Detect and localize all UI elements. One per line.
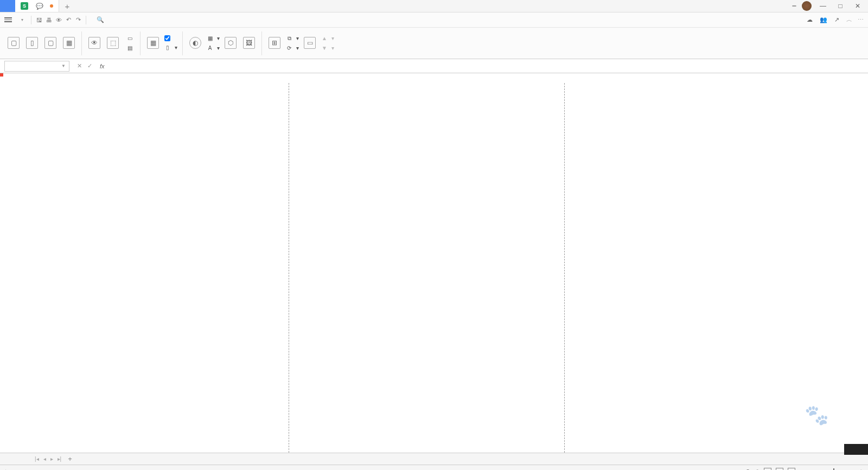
maximize-button[interactable]: □ [834,2,846,10]
group-button[interactable]: ⧉ ▾ [284,34,301,43]
print-preview-quick-icon[interactable]: 👁 [54,16,63,24]
margins-button[interactable]: ▢ [4,36,23,51]
watermark: 🐾 [801,404,835,427]
print-scale-icon: ⬚ [107,37,119,49]
tab-document[interactable]: S 💬 [15,0,59,12]
page-break-line [564,83,565,453]
record-macro-icon[interactable]: ▶ [5,468,10,471]
align-icon: ⊞ [269,37,280,49]
highlight-annotation [0,73,3,77]
dropdown-icon[interactable]: ▼ [61,63,66,68]
send-backward-icon: ▼ [321,45,328,52]
tab-home[interactable] [0,0,15,12]
page-break-preview-icon: ▦ [147,37,159,49]
effects-button[interactable]: ⬡ [221,36,240,51]
file-menu[interactable]: ▾ [15,16,28,23]
sheet-tab-bar: |◂ ◂ ▸ ▸| + [0,453,868,465]
insert-break-icon: ▯ [164,43,171,51]
theme-button[interactable]: ◐ [186,36,205,51]
share-icon: ↗ [834,16,839,23]
cloud-icon: ☁ [807,16,813,23]
coop-button[interactable]: 👥 [820,16,829,23]
selection-pane-icon: ▭ [304,37,316,49]
rotate-icon: ⟳ [285,45,293,52]
page-break-view-button[interactable] [788,468,795,470]
orientation-button[interactable]: ▯ [23,36,41,51]
fonts-icon: A [206,45,214,52]
bring-forward-button: ▲ ▾ [319,34,336,43]
search-icon: 🔍 [97,16,104,23]
margins-icon: ▢ [8,37,20,49]
print-preview-button[interactable]: 👁 [85,36,104,51]
site-badge [844,444,868,455]
print-titles-icon: ▭ [126,35,133,42]
group-icon: ⧉ [285,35,293,42]
name-box[interactable]: ▼ [4,61,69,72]
user-avatar[interactable] [802,1,812,11]
menu-bar: ▾ 🖫 🖶 👁 ↶ ↷ 🔍 ☁ 👥 ↗ ︿ ⋯ [0,12,868,28]
header-footer-icon: ▤ [126,45,133,52]
hamburger-icon[interactable] [4,17,12,22]
formula-bar: ▼ ✕ ✓ fx [0,59,868,73]
people-icon: 👥 [820,16,827,23]
orientation-icon: ▯ [26,37,38,49]
selection-outline [0,73,2,75]
print-area-icon: ▦ [63,37,75,49]
colors-button[interactable]: ▦ ▾ [205,34,221,43]
print-scale-button[interactable]: ⬚ [104,36,122,51]
save-icon[interactable]: 🖫 [35,16,43,24]
new-tab-button[interactable]: + [59,2,75,11]
sheet-nav-prev[interactable]: ◂ [41,456,48,462]
cancel-formula-icon[interactable]: ✕ [77,62,82,69]
status-bar: ▶ 👁 ⊕ − + [0,465,868,470]
print-preview-icon: 👁 [88,37,100,49]
selection-pane-button[interactable]: ▭ [301,36,319,51]
sheet-nav-next[interactable]: ▸ [48,456,55,462]
redo-icon[interactable]: ↷ [74,16,82,24]
bg-image-button[interactable]: 🖼 [240,36,258,51]
window-count-badge[interactable] [792,5,796,7]
share-button[interactable]: ↗ [834,16,841,23]
header-footer-button[interactable]: ▤ [124,44,137,53]
print-titles-button[interactable]: ▭ [124,34,137,43]
undo-icon[interactable]: ↶ [64,16,73,24]
fx-label[interactable]: fx [100,63,105,69]
xlsx-icon: S [21,2,28,10]
page-break-line [289,83,289,453]
zoom-in-button[interactable]: + [859,468,863,471]
effects-icon: ⬡ [225,37,237,49]
normal-view-button[interactable] [764,468,771,470]
sheet-nav-last[interactable]: ▸| [55,456,64,462]
paper-size-icon: ▢ [44,37,56,49]
fonts-button[interactable]: A ▾ [205,44,221,53]
search-box[interactable]: 🔍 [93,15,110,24]
eye-mode-icon[interactable]: 👁 [745,468,751,471]
sheet-nav-first[interactable]: |◂ [33,456,41,462]
theme-icon: ◐ [189,37,201,49]
colors-icon: ▦ [206,35,214,42]
minimize-button[interactable]: — [817,2,829,10]
close-button[interactable]: ✕ [852,2,864,10]
sync-status[interactable]: ☁ [807,16,814,23]
add-sheet-button[interactable]: + [63,455,76,463]
send-backward-button: ▼ ▾ [319,44,336,53]
collapse-ribbon-icon[interactable]: ︿ [846,16,852,24]
rotate-button[interactable]: ⟳ ▾ [284,44,301,53]
comment-icon[interactable]: 💬 [36,3,43,10]
insert-page-break-button[interactable]: ▯ ▾ [162,43,179,52]
more-icon[interactable]: ⋯ [858,16,864,23]
page-break-preview-button[interactable]: ▦ [144,36,162,51]
page-layout-view-button[interactable] [776,468,783,470]
paper-size-button[interactable]: ▢ [41,36,60,51]
spreadsheet-grid[interactable] [0,73,868,453]
bg-image-icon: 🖼 [243,37,255,49]
confirm-formula-icon[interactable]: ✓ [87,62,92,69]
print-area-button[interactable]: ▦ [60,36,78,51]
show-page-breaks-checkbox[interactable] [162,35,179,42]
zoom-out-button[interactable]: − [804,468,807,471]
unsaved-dot-icon [50,4,53,8]
reading-mode-icon[interactable]: ⊕ [755,468,760,471]
align-button[interactable]: ⊞ [265,36,284,51]
title-bar: S 💬 + — □ ✕ [0,0,868,12]
print-quick-icon[interactable]: 🖶 [44,16,53,24]
